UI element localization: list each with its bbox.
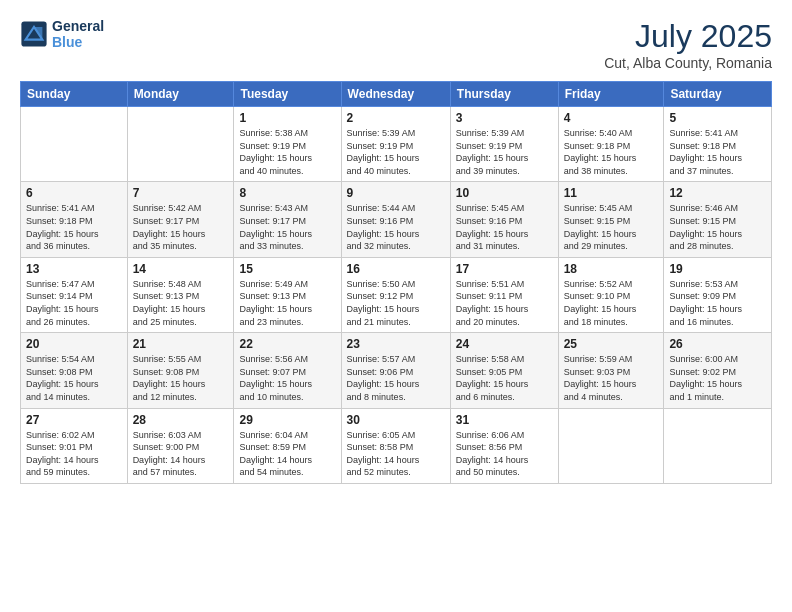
day-info: Sunrise: 5:49 AM Sunset: 9:13 PM Dayligh… <box>239 278 335 328</box>
calendar-cell: 18Sunrise: 5:52 AM Sunset: 9:10 PM Dayli… <box>558 257 664 332</box>
logo-line1: General <box>52 18 104 34</box>
day-number: 23 <box>347 337 445 351</box>
day-info: Sunrise: 6:00 AM Sunset: 9:02 PM Dayligh… <box>669 353 766 403</box>
day-info: Sunrise: 6:02 AM Sunset: 9:01 PM Dayligh… <box>26 429 122 479</box>
calendar-cell: 13Sunrise: 5:47 AM Sunset: 9:14 PM Dayli… <box>21 257 128 332</box>
calendar-cell: 2Sunrise: 5:39 AM Sunset: 9:19 PM Daylig… <box>341 107 450 182</box>
weekday-header-tuesday: Tuesday <box>234 82 341 107</box>
day-info: Sunrise: 5:42 AM Sunset: 9:17 PM Dayligh… <box>133 202 229 252</box>
day-number: 1 <box>239 111 335 125</box>
calendar-cell: 22Sunrise: 5:56 AM Sunset: 9:07 PM Dayli… <box>234 333 341 408</box>
calendar-subtitle: Cut, Alba County, Romania <box>604 55 772 71</box>
weekday-header-row: SundayMondayTuesdayWednesdayThursdayFrid… <box>21 82 772 107</box>
day-info: Sunrise: 5:48 AM Sunset: 9:13 PM Dayligh… <box>133 278 229 328</box>
day-number: 9 <box>347 186 445 200</box>
weekday-header-friday: Friday <box>558 82 664 107</box>
day-number: 18 <box>564 262 659 276</box>
day-number: 17 <box>456 262 553 276</box>
calendar-cell <box>664 408 772 483</box>
calendar-cell: 10Sunrise: 5:45 AM Sunset: 9:16 PM Dayli… <box>450 182 558 257</box>
day-info: Sunrise: 5:39 AM Sunset: 9:19 PM Dayligh… <box>456 127 553 177</box>
calendar-cell: 15Sunrise: 5:49 AM Sunset: 9:13 PM Dayli… <box>234 257 341 332</box>
day-number: 2 <box>347 111 445 125</box>
calendar-cell: 20Sunrise: 5:54 AM Sunset: 9:08 PM Dayli… <box>21 333 128 408</box>
calendar-cell: 9Sunrise: 5:44 AM Sunset: 9:16 PM Daylig… <box>341 182 450 257</box>
weekday-header-saturday: Saturday <box>664 82 772 107</box>
day-number: 5 <box>669 111 766 125</box>
day-info: Sunrise: 6:06 AM Sunset: 8:56 PM Dayligh… <box>456 429 553 479</box>
day-info: Sunrise: 5:44 AM Sunset: 9:16 PM Dayligh… <box>347 202 445 252</box>
day-number: 11 <box>564 186 659 200</box>
logo-line2: Blue <box>52 34 104 50</box>
day-number: 13 <box>26 262 122 276</box>
day-number: 16 <box>347 262 445 276</box>
day-number: 21 <box>133 337 229 351</box>
week-row-2: 6Sunrise: 5:41 AM Sunset: 9:18 PM Daylig… <box>21 182 772 257</box>
day-info: Sunrise: 5:45 AM Sunset: 9:16 PM Dayligh… <box>456 202 553 252</box>
day-info: Sunrise: 5:57 AM Sunset: 9:06 PM Dayligh… <box>347 353 445 403</box>
day-number: 24 <box>456 337 553 351</box>
day-number: 15 <box>239 262 335 276</box>
calendar-table: SundayMondayTuesdayWednesdayThursdayFrid… <box>20 81 772 484</box>
calendar-cell: 28Sunrise: 6:03 AM Sunset: 9:00 PM Dayli… <box>127 408 234 483</box>
day-info: Sunrise: 5:56 AM Sunset: 9:07 PM Dayligh… <box>239 353 335 403</box>
day-number: 30 <box>347 413 445 427</box>
calendar-cell: 26Sunrise: 6:00 AM Sunset: 9:02 PM Dayli… <box>664 333 772 408</box>
calendar-cell: 24Sunrise: 5:58 AM Sunset: 9:05 PM Dayli… <box>450 333 558 408</box>
week-row-5: 27Sunrise: 6:02 AM Sunset: 9:01 PM Dayli… <box>21 408 772 483</box>
calendar-cell: 1Sunrise: 5:38 AM Sunset: 9:19 PM Daylig… <box>234 107 341 182</box>
day-number: 19 <box>669 262 766 276</box>
day-info: Sunrise: 6:03 AM Sunset: 9:00 PM Dayligh… <box>133 429 229 479</box>
day-info: Sunrise: 5:43 AM Sunset: 9:17 PM Dayligh… <box>239 202 335 252</box>
day-info: Sunrise: 5:41 AM Sunset: 9:18 PM Dayligh… <box>669 127 766 177</box>
day-number: 6 <box>26 186 122 200</box>
day-info: Sunrise: 5:45 AM Sunset: 9:15 PM Dayligh… <box>564 202 659 252</box>
day-info: Sunrise: 6:04 AM Sunset: 8:59 PM Dayligh… <box>239 429 335 479</box>
day-info: Sunrise: 5:38 AM Sunset: 9:19 PM Dayligh… <box>239 127 335 177</box>
calendar-cell <box>127 107 234 182</box>
calendar-cell <box>21 107 128 182</box>
day-number: 10 <box>456 186 553 200</box>
day-info: Sunrise: 5:47 AM Sunset: 9:14 PM Dayligh… <box>26 278 122 328</box>
day-info: Sunrise: 5:59 AM Sunset: 9:03 PM Dayligh… <box>564 353 659 403</box>
day-number: 29 <box>239 413 335 427</box>
calendar-cell: 12Sunrise: 5:46 AM Sunset: 9:15 PM Dayli… <box>664 182 772 257</box>
logo: General Blue <box>20 18 104 50</box>
day-info: Sunrise: 5:46 AM Sunset: 9:15 PM Dayligh… <box>669 202 766 252</box>
calendar-cell: 6Sunrise: 5:41 AM Sunset: 9:18 PM Daylig… <box>21 182 128 257</box>
day-number: 27 <box>26 413 122 427</box>
day-number: 25 <box>564 337 659 351</box>
day-number: 26 <box>669 337 766 351</box>
logo-icon <box>20 20 48 48</box>
day-number: 31 <box>456 413 553 427</box>
day-info: Sunrise: 5:52 AM Sunset: 9:10 PM Dayligh… <box>564 278 659 328</box>
weekday-header-wednesday: Wednesday <box>341 82 450 107</box>
day-info: Sunrise: 5:53 AM Sunset: 9:09 PM Dayligh… <box>669 278 766 328</box>
day-info: Sunrise: 5:51 AM Sunset: 9:11 PM Dayligh… <box>456 278 553 328</box>
day-number: 14 <box>133 262 229 276</box>
day-info: Sunrise: 5:40 AM Sunset: 9:18 PM Dayligh… <box>564 127 659 177</box>
calendar-cell: 25Sunrise: 5:59 AM Sunset: 9:03 PM Dayli… <box>558 333 664 408</box>
calendar-cell: 3Sunrise: 5:39 AM Sunset: 9:19 PM Daylig… <box>450 107 558 182</box>
day-number: 3 <box>456 111 553 125</box>
week-row-1: 1Sunrise: 5:38 AM Sunset: 9:19 PM Daylig… <box>21 107 772 182</box>
calendar-cell: 19Sunrise: 5:53 AM Sunset: 9:09 PM Dayli… <box>664 257 772 332</box>
calendar-cell: 4Sunrise: 5:40 AM Sunset: 9:18 PM Daylig… <box>558 107 664 182</box>
calendar-cell: 23Sunrise: 5:57 AM Sunset: 9:06 PM Dayli… <box>341 333 450 408</box>
day-number: 7 <box>133 186 229 200</box>
day-info: Sunrise: 5:55 AM Sunset: 9:08 PM Dayligh… <box>133 353 229 403</box>
calendar-cell: 14Sunrise: 5:48 AM Sunset: 9:13 PM Dayli… <box>127 257 234 332</box>
day-info: Sunrise: 5:39 AM Sunset: 9:19 PM Dayligh… <box>347 127 445 177</box>
day-number: 4 <box>564 111 659 125</box>
day-number: 8 <box>239 186 335 200</box>
calendar-cell: 5Sunrise: 5:41 AM Sunset: 9:18 PM Daylig… <box>664 107 772 182</box>
day-number: 28 <box>133 413 229 427</box>
calendar-cell: 30Sunrise: 6:05 AM Sunset: 8:58 PM Dayli… <box>341 408 450 483</box>
weekday-header-thursday: Thursday <box>450 82 558 107</box>
page-header: General Blue July 2025 Cut, Alba County,… <box>20 18 772 71</box>
day-info: Sunrise: 6:05 AM Sunset: 8:58 PM Dayligh… <box>347 429 445 479</box>
calendar-cell: 27Sunrise: 6:02 AM Sunset: 9:01 PM Dayli… <box>21 408 128 483</box>
day-info: Sunrise: 5:41 AM Sunset: 9:18 PM Dayligh… <box>26 202 122 252</box>
calendar-cell: 21Sunrise: 5:55 AM Sunset: 9:08 PM Dayli… <box>127 333 234 408</box>
calendar-cell: 11Sunrise: 5:45 AM Sunset: 9:15 PM Dayli… <box>558 182 664 257</box>
